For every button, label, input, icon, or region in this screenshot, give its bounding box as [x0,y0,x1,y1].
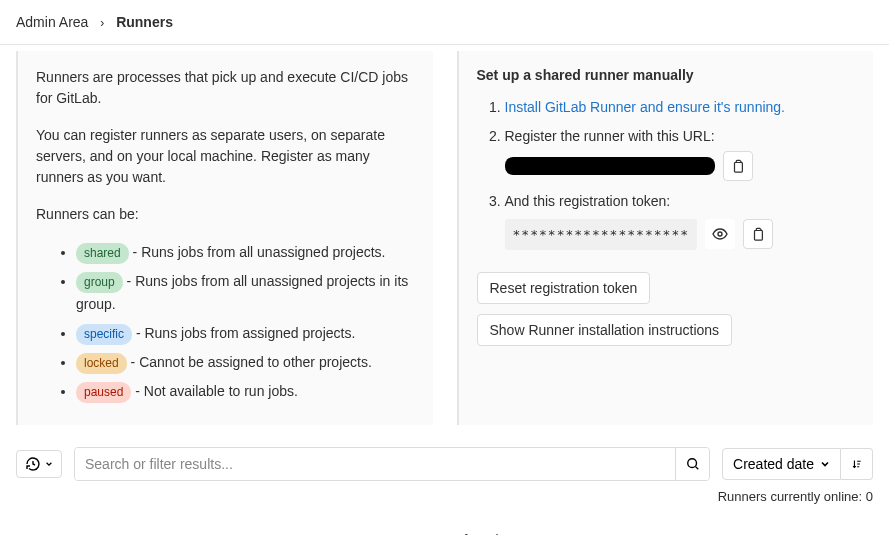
sort-group: Created date [722,448,873,480]
search-button[interactable] [675,448,709,480]
runner-type-desc: - Cannot be assigned to other projects. [127,354,372,370]
breadcrumb-separator: › [100,16,104,30]
search-icon [686,457,700,471]
breadcrumb-admin-link[interactable]: Admin Area [16,14,88,30]
history-icon [25,456,41,472]
chevron-down-icon [820,459,830,469]
sort-icon [851,457,862,471]
info-paragraph-1: Runners are processes that pick up and e… [36,67,415,109]
setup-steps: Install GitLab Runner and ensure it's ru… [477,95,856,250]
show-instructions-button[interactable]: Show Runner installation instructions [477,314,733,346]
runner-type-desc: - Runs jobs from all unassigned projects… [76,273,408,312]
search-toolbar: Created date [0,441,889,487]
runner-type-item: locked - Cannot be assigned to other pro… [76,351,415,374]
sort-dropdown-button[interactable]: Created date [722,448,841,480]
install-runner-link[interactable]: Install GitLab Runner and ensure it's ru… [505,99,786,115]
runner-type-item: paused - Not available to run jobs. [76,380,415,403]
copy-token-button[interactable] [743,219,773,249]
runner-type-desc: - Runs jobs from all unassigned projects… [129,244,386,260]
clipboard-icon [731,159,745,173]
info-paragraph-3: Runners can be: [36,204,415,225]
setup-title: Set up a shared runner manually [477,67,856,83]
online-count: Runners currently online: 0 [0,487,889,512]
runner-type-desc: - Not available to run jobs. [131,383,298,399]
runner-type-item: group - Runs jobs from all unassigned pr… [76,270,415,316]
chevron-down-icon [45,460,53,468]
runner-type-item: specific - Runs jobs from assigned proje… [76,322,415,345]
shared-badge: shared [76,243,129,264]
runners-info-panel: Runners are processes that pick up and e… [16,51,433,425]
reveal-token-button[interactable] [705,219,735,249]
clipboard-icon [751,227,765,241]
setup-panel: Set up a shared runner manually Install … [457,51,874,425]
search-input[interactable] [75,448,675,480]
breadcrumb: Admin Area › Runners [0,0,889,45]
reset-token-button[interactable]: Reset registration token [477,272,651,304]
setup-step-2: Register the runner with this URL: [505,124,856,181]
sort-direction-button[interactable] [841,448,873,480]
search-container [74,447,710,481]
paused-badge: paused [76,382,131,403]
svg-rect-0 [734,163,742,173]
runner-types-list: shared - Runs jobs from all unassigned p… [36,241,415,403]
breadcrumb-current: Runners [116,14,173,30]
search-history-button[interactable] [16,450,62,478]
eye-icon [712,226,728,242]
specific-badge: specific [76,324,132,345]
locked-badge: locked [76,353,127,374]
runner-url-redacted [505,157,715,175]
runner-type-item: shared - Runs jobs from all unassigned p… [76,241,415,264]
info-paragraph-2: You can register runners as separate use… [36,125,415,188]
registration-token-masked: ******************** [505,219,698,250]
svg-point-1 [718,232,722,236]
copy-url-button[interactable] [723,151,753,181]
group-badge: group [76,272,123,293]
svg-point-3 [687,459,696,468]
setup-step-3: And this registration token: ***********… [505,189,856,250]
svg-rect-2 [755,231,763,241]
empty-state: No runners found [0,512,889,535]
runner-type-desc: - Runs jobs from assigned projects. [132,325,355,341]
setup-step-1: Install GitLab Runner and ensure it's ru… [505,95,856,120]
